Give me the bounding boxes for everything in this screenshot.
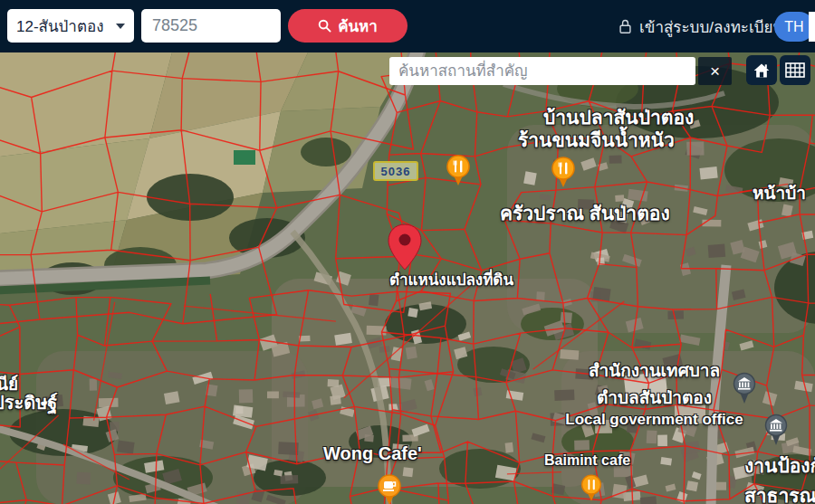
close-search-button[interactable]: × — [698, 57, 732, 85]
map-label-khanom-chin: ร้านขนมจีนน้ำหนัว — [518, 125, 675, 155]
search-button-label: ค้นหา — [338, 14, 378, 38]
map-label-pongkan-line1: งานป้องกั — [744, 451, 815, 480]
map-label-disaster-prevention: งานป้องกั สาธารณภ Local gove — [744, 451, 815, 504]
language-th-label: TH — [784, 19, 803, 35]
restaurant-marker-icon[interactable] — [580, 473, 603, 504]
top-bar: 12-สันป่าตอง ค้นหา เข้าสู่ระบบ/ลงทะเบียน… — [0, 0, 815, 52]
home-icon — [753, 62, 771, 80]
home-button[interactable] — [746, 55, 777, 85]
map-label-baimint-cafe: Baimint cafe — [544, 452, 630, 469]
close-icon: × — [710, 62, 720, 81]
district-select-value: 12-สันป่าตอง — [16, 14, 103, 38]
place-search-input[interactable] — [389, 57, 695, 85]
search-button[interactable]: ค้นหา — [288, 9, 408, 43]
lock-icon — [618, 19, 632, 34]
map-label-wong-cafe: Wong Cafe' — [323, 443, 422, 464]
language-en-button-partial[interactable] — [809, 12, 815, 42]
road-shield-5036: 5036 — [373, 161, 418, 181]
magnifier-icon — [318, 19, 331, 33]
map-label-municipal-line3: Local government office — [539, 411, 770, 429]
login-register-link[interactable]: เข้าสู่ระบบ/ลงทะเบียน — [618, 0, 783, 52]
parcel-number-input[interactable] — [141, 9, 281, 43]
district-select[interactable]: 12-สันป่าตอง — [7, 9, 134, 43]
government-office-marker-icon[interactable] — [763, 414, 789, 450]
restaurant-marker-icon[interactable] — [550, 156, 577, 192]
map-label-krua-pran: ครัวปราณ สันป่าตอง — [500, 198, 670, 228]
chevron-down-icon — [116, 24, 125, 29]
grid-view-button[interactable] — [780, 55, 810, 85]
cafe-marker-icon[interactable] — [376, 473, 403, 504]
restaurant-marker-icon[interactable] — [445, 154, 472, 190]
login-register-label: เข้าสู่ระบบ/ลงทะเบียน — [639, 14, 783, 39]
map-label-left-edge-line2: ประดิษฐ์ — [0, 388, 57, 417]
map-label-na-ban: หน้าบ้า — [753, 179, 806, 206]
map-label-pongkan-line2: สาธารณภ — [744, 480, 815, 504]
parcel-location-pin[interactable] — [386, 223, 424, 275]
map-canvas[interactable]: × 5036 — [0, 52, 815, 504]
grid-icon — [785, 62, 805, 78]
government-office-marker-icon[interactable] — [732, 372, 757, 408]
